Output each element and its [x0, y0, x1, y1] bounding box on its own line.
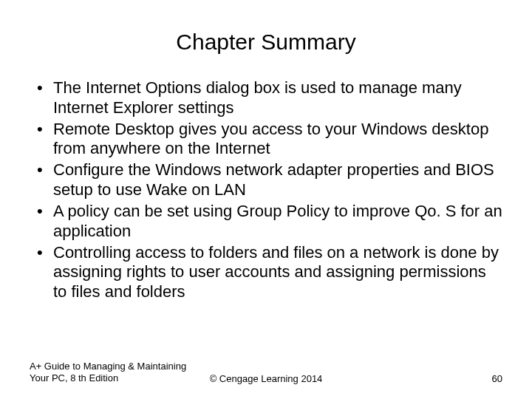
bullet-item: Controlling access to folders and files …	[33, 243, 502, 302]
footer-book-title: A+ Guide to Managing & Maintaining Your …	[30, 361, 192, 385]
slide-title: Chapter Summary	[30, 30, 502, 55]
bullet-item: A policy can be set using Group Policy t…	[33, 202, 502, 242]
footer-page-number: 60	[492, 373, 502, 384]
bullet-item: The Internet Options dialog box is used …	[33, 78, 502, 118]
footer-copyright: © Cengage Learning 2014	[210, 373, 323, 384]
bullet-item: Configure the Windows network adapter pr…	[33, 160, 502, 200]
slide: Chapter Summary The Internet Options dia…	[0, 0, 532, 399]
bullet-item: Remote Desktop gives you access to your …	[33, 120, 502, 160]
footer: A+ Guide to Managing & Maintaining Your …	[30, 361, 502, 385]
bullet-list: The Internet Options dialog box is used …	[30, 78, 502, 302]
